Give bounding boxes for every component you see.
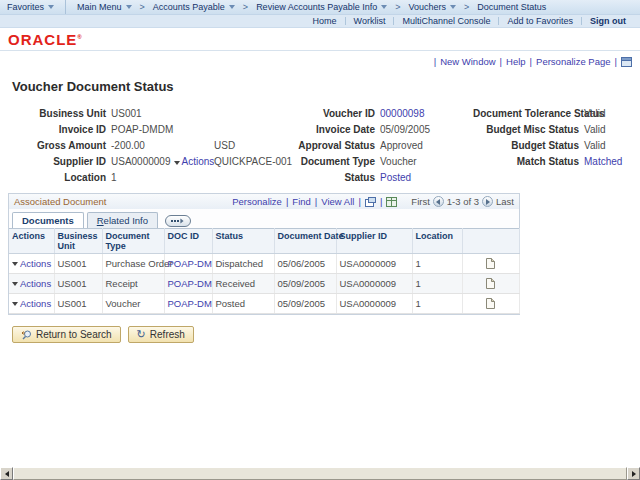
registered-mark: ®: [77, 34, 82, 40]
tab-documents[interactable]: Documents: [12, 212, 84, 228]
actions-dropdown-icon[interactable]: [12, 262, 18, 266]
cell-status: Received: [212, 274, 274, 294]
arrow-left-icon: [436, 199, 440, 205]
multichannel-console-link[interactable]: MultiChannel Console: [394, 16, 498, 26]
approval-status-value: Approved: [380, 140, 468, 151]
home-link[interactable]: Home: [305, 16, 345, 26]
return-to-search-button[interactable]: Return to Search: [12, 326, 121, 343]
refresh-button[interactable]: ↻ Refresh: [128, 326, 194, 343]
main-menu[interactable]: Main Menu: [70, 2, 139, 12]
personalize-page-link[interactable]: Personalize Page: [536, 56, 610, 67]
document-type-label: Document Type: [287, 156, 375, 167]
invoice-date-value: 05/09/2005: [380, 124, 468, 135]
breadcrumb-review-ap-info[interactable]: Review Accounts Payable Info: [249, 2, 394, 12]
document-tolerance-status-value: Valid: [584, 108, 640, 119]
view-all-link[interactable]: View All: [321, 196, 354, 207]
scrollbar-thumb[interactable]: [13, 467, 627, 480]
tab-related-info[interactable]: Related Info: [87, 212, 158, 228]
next-row-button[interactable]: [482, 196, 493, 207]
actions-dropdown-icon[interactable]: [12, 302, 18, 306]
cell-business-unit: US001: [54, 254, 102, 274]
last-label: Last: [496, 196, 514, 207]
col-header-view-document: [462, 229, 519, 254]
invoice-id-value: POAP-DMDM: [111, 124, 209, 135]
divider: |: [380, 196, 382, 207]
zoom-popup-icon[interactable]: [365, 197, 376, 207]
cell-location: 1: [412, 294, 462, 314]
voucher-id-label: Voucher ID: [287, 108, 375, 119]
divider: |: [500, 56, 502, 67]
breadcrumb-accounts-payable[interactable]: Accounts Payable: [146, 2, 242, 12]
row-actions-link[interactable]: Actions: [20, 258, 51, 269]
view-document-icon[interactable]: [486, 258, 495, 269]
col-header-location: Location: [412, 229, 462, 254]
horizontal-scrollbar[interactable]: [0, 467, 640, 480]
doc-id-link[interactable]: POAP-DM: [168, 298, 212, 309]
budget-status-value: Valid: [584, 140, 640, 151]
doc-id-link[interactable]: POAP-DM: [168, 278, 212, 289]
supplier-actions-link[interactable]: Actions: [182, 156, 215, 167]
doc-id-link[interactable]: POAP-DM: [168, 258, 212, 269]
view-document-icon[interactable]: [486, 298, 495, 309]
gross-amount-label: Gross Amount: [10, 140, 106, 151]
associated-documents-table: Actions Business Unit Document Type DOC …: [9, 228, 520, 314]
invoice-id-label: Invoice ID: [10, 124, 106, 135]
action-button-row: Return to Search ↻ Refresh: [12, 326, 640, 343]
divider: |: [530, 56, 532, 67]
actions-dropdown-icon[interactable]: [12, 282, 18, 286]
previous-row-button[interactable]: [433, 196, 444, 207]
col-header-actions: Actions: [9, 229, 54, 254]
personalize-link[interactable]: Personalize: [232, 196, 282, 207]
supplier-id-value: USA0000009Actions: [111, 156, 209, 167]
grid-tab-strip: Documents Related Info: [9, 209, 519, 228]
invoice-date-label: Invoice Date: [287, 124, 375, 135]
arrow-right-icon: [486, 199, 490, 205]
http-icon[interactable]: [621, 57, 632, 67]
breadcrumb-vouchers[interactable]: Vouchers: [401, 2, 463, 12]
status-link[interactable]: Posted: [380, 172, 468, 183]
actions-dropdown-icon[interactable]: [174, 161, 180, 165]
divider: [65, 0, 66, 14]
breadcrumb-bar: Favorites Main Menu > Accounts Payable >…: [0, 0, 640, 15]
table-row: Actions US001 Receipt POAP-DM Received 0…: [9, 274, 519, 294]
return-to-search-label: Return to Search: [36, 329, 112, 340]
row-actions-link[interactable]: Actions: [20, 278, 51, 289]
groupbox-title: Associated Document: [14, 196, 106, 207]
logo-strip: ORACLE®: [0, 28, 640, 51]
business-unit-value: US001: [111, 108, 209, 119]
table-row: Actions US001 Purchase Order POAP-DM Dis…: [9, 254, 519, 274]
new-window-link[interactable]: New Window: [440, 56, 495, 67]
supplier-id-label: Supplier ID: [10, 156, 106, 167]
col-header-status: Status: [212, 229, 274, 254]
view-document-icon[interactable]: [486, 278, 495, 289]
match-status-link[interactable]: Matched: [584, 156, 640, 167]
col-header-document-type: Document Type: [102, 229, 164, 254]
cell-supplier-id: USA0000009: [336, 274, 412, 294]
cell-document-type: Voucher: [102, 294, 164, 314]
breadcrumb-separator: >: [394, 2, 401, 12]
cell-document-type: Receipt: [102, 274, 164, 294]
refresh-label: Refresh: [150, 329, 185, 340]
cell-business-unit: US001: [54, 294, 102, 314]
favorites-label: Favorites: [7, 2, 44, 12]
favorites-menu[interactable]: Favorites: [0, 2, 61, 12]
row-actions-link[interactable]: Actions: [20, 298, 51, 309]
cell-status: Posted: [212, 294, 274, 314]
divider: |: [358, 196, 360, 207]
sign-out-link[interactable]: Sign out: [582, 16, 634, 26]
location-value: 1: [111, 172, 209, 183]
scroll-right-button[interactable]: [627, 467, 640, 480]
budget-misc-status-label: Budget Misc Status: [473, 124, 579, 135]
show-all-columns-icon[interactable]: [165, 215, 191, 227]
help-link[interactable]: Help: [506, 56, 526, 67]
worklist-link[interactable]: Worklist: [346, 16, 394, 26]
breadcrumb-label: Review Accounts Payable Info: [256, 2, 377, 12]
download-grid-icon[interactable]: [386, 197, 397, 207]
currency-code: USD: [214, 140, 282, 151]
scroll-left-button[interactable]: [0, 467, 13, 480]
add-to-favorites-link[interactable]: Add to Favorites: [499, 16, 581, 26]
associated-document-groupbox: Associated Document Personalize | Find |…: [8, 193, 520, 315]
find-link[interactable]: Find: [292, 196, 310, 207]
table-row: Actions US001 Voucher POAP-DM Posted 05/…: [9, 294, 519, 314]
voucher-id-link[interactable]: 00000098: [380, 108, 468, 119]
